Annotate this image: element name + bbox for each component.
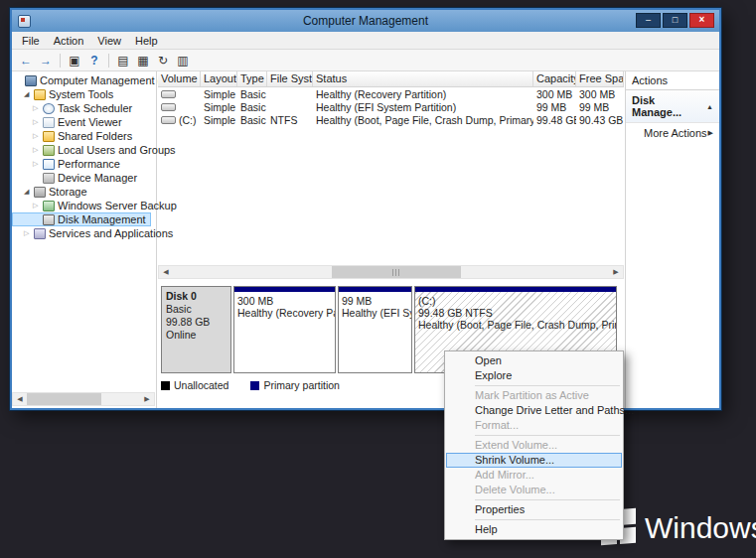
volume-status: Healthy (EFI System Partition) <box>313 101 533 113</box>
collapse-icon[interactable]: ▲ <box>706 103 713 110</box>
folder-icon <box>34 89 46 100</box>
back-icon[interactable]: ← <box>16 52 36 70</box>
menu-item-help[interactable]: Help <box>446 522 622 537</box>
forward-icon[interactable]: → <box>36 52 56 70</box>
computer-icon <box>25 75 37 86</box>
partition-size: 300 MB <box>237 295 332 307</box>
column-header-status[interactable]: Status <box>313 71 533 86</box>
column-header-free-space[interactable]: Free Space <box>576 71 624 86</box>
menu-bar: File Action View Help <box>12 32 719 50</box>
tree-item-label: Task Scheduler <box>58 102 132 114</box>
help-icon[interactable]: ? <box>84 52 104 70</box>
volume-row[interactable]: (C:) Simple Basic NTFS Healthy (Boot, Pa… <box>158 113 624 126</box>
titlebar[interactable]: Computer Management – □ × <box>12 10 719 32</box>
tree-item-system-tools[interactable]: System Tools <box>12 87 156 101</box>
menu-item-shrink-volume[interactable]: Shrink Volume... <box>446 453 622 468</box>
refresh-icon[interactable]: ↻ <box>153 52 173 70</box>
users-icon <box>43 145 55 156</box>
tree-item-computer-management[interactable]: Computer Management (Local <box>12 73 156 87</box>
performance-icon <box>43 159 55 170</box>
partition-name: (C:) <box>418 295 613 307</box>
maximize-button[interactable]: □ <box>663 13 687 28</box>
disk-type: Basic <box>166 303 227 316</box>
tree-horizontal-scrollbar[interactable]: ◀ ▶ <box>12 392 155 406</box>
menu-separator <box>475 499 620 500</box>
menu-separator <box>475 519 620 520</box>
legend: Unallocated Primary partition <box>161 379 340 391</box>
menu-item-change-drive-letter[interactable]: Change Drive Letter and Paths... <box>446 403 622 418</box>
shared-folders-icon <box>43 131 55 142</box>
menu-view[interactable]: View <box>90 33 128 49</box>
export-list-icon[interactable]: ▤ <box>113 52 133 70</box>
column-header-type[interactable]: Type <box>237 71 267 86</box>
collapsed-icon[interactable] <box>33 160 42 168</box>
partition-recovery[interactable]: 300 MB Healthy (Recovery Partition) <box>233 286 336 373</box>
partition-size: 99.48 GB NTFS <box>418 307 613 319</box>
expanded-icon[interactable] <box>24 90 33 98</box>
volume-name: (C:) <box>179 114 197 126</box>
open-icon[interactable]: ▦ <box>133 52 153 70</box>
collapsed-icon[interactable] <box>24 229 33 237</box>
tree-item-storage[interactable]: Storage <box>12 185 156 199</box>
collapsed-icon[interactable] <box>33 146 42 154</box>
collapsed-icon[interactable] <box>33 104 42 112</box>
partition-color-strip <box>234 287 335 292</box>
tree-item-task-scheduler[interactable]: Task Scheduler <box>12 101 156 115</box>
scroll-left-icon[interactable]: ◀ <box>159 266 173 278</box>
expanded-icon[interactable] <box>24 188 33 196</box>
volume-layout: Simple <box>201 114 237 126</box>
drive-icon <box>161 103 176 111</box>
disk-size: 99.88 GB <box>166 316 227 329</box>
volume-type: Basic <box>237 114 267 126</box>
actions-group-disk-management[interactable]: Disk Manage... ▲ <box>626 90 719 123</box>
collapsed-icon[interactable] <box>33 132 42 140</box>
tree-item-event-viewer[interactable]: Event Viewer <box>12 115 156 129</box>
column-header-volume[interactable]: Volume <box>158 71 201 86</box>
app-icon <box>18 15 31 28</box>
actions-title: Actions <box>626 71 719 90</box>
scroll-right-icon[interactable]: ▶ <box>140 393 154 405</box>
collapsed-icon[interactable] <box>33 202 42 209</box>
tree-item-device-manager[interactable]: Device Manager <box>12 171 156 185</box>
menu-item-add-mirror: Add Mirror... <box>446 468 622 483</box>
volume-free: 99 MB <box>576 101 624 113</box>
column-header-file-system[interactable]: File System <box>267 71 313 86</box>
tree-item-local-users-and-groups[interactable]: Local Users and Groups <box>12 143 156 157</box>
menu-item-properties[interactable]: Properties <box>446 502 622 517</box>
services-icon <box>34 228 46 239</box>
volume-row[interactable]: Simple Basic Healthy (EFI System Partiti… <box>158 100 624 113</box>
collapsed-icon[interactable] <box>33 118 42 126</box>
tree-item-performance[interactable]: Performance <box>12 157 156 171</box>
menu-item-open[interactable]: Open <box>446 353 622 368</box>
menu-file[interactable]: File <box>15 33 47 49</box>
tree-item-shared-folders[interactable]: Shared Folders <box>12 129 156 143</box>
disk0-header[interactable]: Disk 0 Basic 99.88 GB Online <box>161 286 231 373</box>
scroll-thumb[interactable] <box>27 393 101 405</box>
scroll-track[interactable] <box>173 266 609 278</box>
volume-row[interactable]: Simple Basic Healthy (Recovery Partition… <box>158 87 624 100</box>
console-tree-icon[interactable]: ▣ <box>65 52 84 70</box>
menu-action[interactable]: Action <box>47 33 91 49</box>
scroll-track[interactable] <box>27 393 140 405</box>
tree-item-disk-management[interactable]: Disk Management <box>12 212 151 226</box>
partition-color-strip <box>415 287 616 292</box>
tree-item-windows-server-backup[interactable]: Windows Server Backup <box>12 199 156 212</box>
scroll-thumb[interactable] <box>332 266 461 278</box>
minimize-button[interactable]: – <box>636 13 661 28</box>
column-header-capacity[interactable]: Capacity <box>533 71 576 86</box>
tree-item-label: Performance <box>58 158 120 170</box>
scroll-right-icon[interactable]: ▶ <box>609 266 623 278</box>
more-actions[interactable]: More Actions ▶ <box>626 123 719 143</box>
backup-icon <box>43 201 55 211</box>
column-header-layout[interactable]: Layout <box>201 71 237 86</box>
volume-list-horizontal-scrollbar[interactable]: ◀ ▶ <box>158 265 624 279</box>
menu-help[interactable]: Help <box>128 33 165 49</box>
scroll-left-icon[interactable]: ◀ <box>13 393 27 405</box>
toolbar-separator <box>60 54 61 68</box>
disk-status: Online <box>166 329 227 342</box>
menu-item-explore[interactable]: Explore <box>446 368 622 383</box>
partition-efi[interactable]: 99 MB Healthy (EFI System Partition) <box>338 286 412 373</box>
disk-view-icon[interactable]: ▥ <box>173 52 193 70</box>
close-button[interactable]: × <box>689 13 714 28</box>
tree-item-services-and-applications[interactable]: Services and Applications <box>12 226 156 240</box>
